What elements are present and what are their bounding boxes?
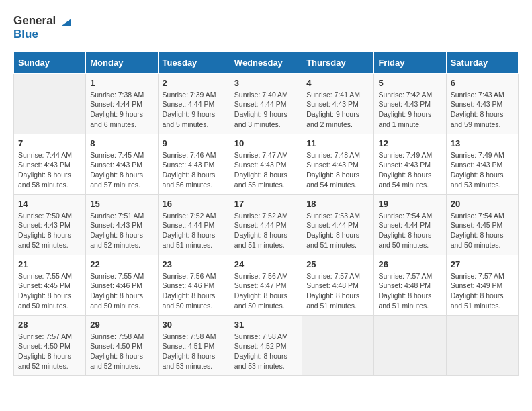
day-number: 18 xyxy=(306,199,369,209)
calendar-week-row: 21Sunrise: 7:55 AMSunset: 4:45 PMDayligh… xyxy=(14,255,519,315)
day-number: 23 xyxy=(163,259,226,269)
calendar-cell: 13Sunrise: 7:49 AMSunset: 4:43 PMDayligh… xyxy=(446,134,518,194)
column-header-monday: Monday xyxy=(86,52,158,73)
calendar-cell: 29Sunrise: 7:58 AMSunset: 4:50 PMDayligh… xyxy=(86,315,158,375)
day-number: 31 xyxy=(234,320,298,330)
column-header-sunday: Sunday xyxy=(14,52,86,73)
calendar-cell: 14Sunrise: 7:50 AMSunset: 4:43 PMDayligh… xyxy=(14,194,86,255)
calendar-cell: 30Sunrise: 7:58 AMSunset: 4:51 PMDayligh… xyxy=(158,315,230,375)
day-number: 15 xyxy=(90,199,153,209)
day-number: 5 xyxy=(378,78,441,88)
calendar-cell: 22Sunrise: 7:55 AMSunset: 4:46 PMDayligh… xyxy=(86,255,158,315)
calendar-cell: 26Sunrise: 7:57 AMSunset: 4:48 PMDayligh… xyxy=(374,255,446,315)
day-number: 22 xyxy=(90,259,153,269)
calendar-cell xyxy=(374,315,446,375)
calendar-cell xyxy=(446,315,518,375)
calendar-cell: 9Sunrise: 7:46 AMSunset: 4:43 PMDaylight… xyxy=(158,134,230,194)
day-number: 29 xyxy=(90,320,153,330)
svg-marker-0 xyxy=(62,19,71,26)
day-info: Sunrise: 7:55 AMSunset: 4:45 PMDaylight:… xyxy=(18,271,81,311)
day-info: Sunrise: 7:57 AMSunset: 4:50 PMDaylight:… xyxy=(18,332,81,371)
calendar-week-row: 28Sunrise: 7:57 AMSunset: 4:50 PMDayligh… xyxy=(14,315,519,375)
day-info: Sunrise: 7:58 AMSunset: 4:50 PMDaylight:… xyxy=(90,332,153,371)
day-info: Sunrise: 7:47 AMSunset: 4:43 PMDaylight:… xyxy=(234,150,298,190)
column-header-saturday: Saturday xyxy=(446,52,518,73)
calendar-cell: 12Sunrise: 7:49 AMSunset: 4:43 PMDayligh… xyxy=(374,134,446,194)
day-number: 17 xyxy=(234,199,298,209)
calendar-cell: 21Sunrise: 7:55 AMSunset: 4:45 PMDayligh… xyxy=(14,255,86,315)
calendar-cell: 27Sunrise: 7:57 AMSunset: 4:49 PMDayligh… xyxy=(446,255,518,315)
calendar-cell: 19Sunrise: 7:54 AMSunset: 4:44 PMDayligh… xyxy=(374,194,446,255)
day-info: Sunrise: 7:58 AMSunset: 4:51 PMDaylight:… xyxy=(163,332,226,371)
day-number: 26 xyxy=(378,259,441,269)
calendar-cell: 16Sunrise: 7:52 AMSunset: 4:44 PMDayligh… xyxy=(158,194,230,255)
calendar-week-row: 1Sunrise: 7:38 AMSunset: 4:44 PMDaylight… xyxy=(14,73,519,134)
logo-text: General Blue xyxy=(13,13,73,41)
calendar-cell: 4Sunrise: 7:41 AMSunset: 4:43 PMDaylight… xyxy=(302,73,374,134)
day-number: 10 xyxy=(234,138,298,148)
day-info: Sunrise: 7:53 AMSunset: 4:44 PMDaylight:… xyxy=(306,211,369,250)
day-number: 20 xyxy=(451,199,514,209)
calendar-cell: 24Sunrise: 7:56 AMSunset: 4:47 PMDayligh… xyxy=(230,255,302,315)
day-number: 30 xyxy=(163,320,226,330)
day-number: 28 xyxy=(18,320,81,330)
day-number: 9 xyxy=(163,138,226,148)
day-number: 21 xyxy=(18,259,81,269)
day-number: 25 xyxy=(306,259,369,269)
column-header-tuesday: Tuesday xyxy=(158,52,230,73)
day-number: 3 xyxy=(234,78,298,88)
logo: General Blue xyxy=(13,13,73,41)
day-info: Sunrise: 7:54 AMSunset: 4:44 PMDaylight:… xyxy=(378,211,441,250)
day-info: Sunrise: 7:49 AMSunset: 4:43 PMDaylight:… xyxy=(451,150,514,190)
day-number: 27 xyxy=(451,259,514,269)
calendar-cell: 6Sunrise: 7:43 AMSunset: 4:43 PMDaylight… xyxy=(446,73,518,134)
calendar-cell: 20Sunrise: 7:54 AMSunset: 4:45 PMDayligh… xyxy=(446,194,518,255)
day-number: 19 xyxy=(378,199,441,209)
column-header-thursday: Thursday xyxy=(302,52,374,73)
calendar-cell: 5Sunrise: 7:42 AMSunset: 4:43 PMDaylight… xyxy=(374,73,446,134)
day-info: Sunrise: 7:55 AMSunset: 4:46 PMDaylight:… xyxy=(90,271,153,311)
day-info: Sunrise: 7:49 AMSunset: 4:43 PMDaylight:… xyxy=(378,150,441,190)
logo-general: General xyxy=(13,15,56,28)
calendar-cell: 11Sunrise: 7:48 AMSunset: 4:43 PMDayligh… xyxy=(302,134,374,194)
day-info: Sunrise: 7:58 AMSunset: 4:52 PMDaylight:… xyxy=(234,332,298,371)
day-info: Sunrise: 7:40 AMSunset: 4:44 PMDaylight:… xyxy=(234,90,298,130)
day-info: Sunrise: 7:38 AMSunset: 4:44 PMDaylight:… xyxy=(90,90,153,130)
day-number: 24 xyxy=(234,259,298,269)
calendar-week-row: 7Sunrise: 7:44 AMSunset: 4:43 PMDaylight… xyxy=(14,134,519,194)
calendar-cell: 18Sunrise: 7:53 AMSunset: 4:44 PMDayligh… xyxy=(302,194,374,255)
calendar-week-row: 14Sunrise: 7:50 AMSunset: 4:43 PMDayligh… xyxy=(14,194,519,255)
calendar-cell: 28Sunrise: 7:57 AMSunset: 4:50 PMDayligh… xyxy=(14,315,86,375)
day-info: Sunrise: 7:56 AMSunset: 4:46 PMDaylight:… xyxy=(163,271,226,311)
day-info: Sunrise: 7:45 AMSunset: 4:43 PMDaylight:… xyxy=(90,150,153,190)
calendar-cell xyxy=(14,73,86,134)
calendar-cell xyxy=(302,315,374,375)
day-info: Sunrise: 7:46 AMSunset: 4:43 PMDaylight:… xyxy=(163,150,226,190)
day-number: 1 xyxy=(90,78,153,88)
logo-blue: Blue xyxy=(13,28,38,40)
calendar-header-row: SundayMondayTuesdayWednesdayThursdayFrid… xyxy=(14,52,519,73)
day-info: Sunrise: 7:57 AMSunset: 4:48 PMDaylight:… xyxy=(306,271,369,311)
calendar-cell: 3Sunrise: 7:40 AMSunset: 4:44 PMDaylight… xyxy=(230,73,302,134)
calendar-cell: 25Sunrise: 7:57 AMSunset: 4:48 PMDayligh… xyxy=(302,255,374,315)
day-number: 2 xyxy=(163,78,226,88)
day-info: Sunrise: 7:43 AMSunset: 4:43 PMDaylight:… xyxy=(451,90,514,130)
column-header-friday: Friday xyxy=(374,52,446,73)
calendar-cell: 8Sunrise: 7:45 AMSunset: 4:43 PMDaylight… xyxy=(86,134,158,194)
day-number: 7 xyxy=(18,138,81,148)
calendar-cell: 17Sunrise: 7:52 AMSunset: 4:44 PMDayligh… xyxy=(230,194,302,255)
day-info: Sunrise: 7:44 AMSunset: 4:43 PMDaylight:… xyxy=(18,150,81,190)
calendar-cell: 1Sunrise: 7:38 AMSunset: 4:44 PMDaylight… xyxy=(86,73,158,134)
day-info: Sunrise: 7:57 AMSunset: 4:49 PMDaylight:… xyxy=(451,271,514,311)
day-number: 4 xyxy=(306,78,369,88)
calendar-table: SundayMondayTuesdayWednesdayThursdayFrid… xyxy=(13,52,519,376)
day-info: Sunrise: 7:50 AMSunset: 4:43 PMDaylight:… xyxy=(18,211,81,250)
day-info: Sunrise: 7:56 AMSunset: 4:47 PMDaylight:… xyxy=(234,271,298,311)
calendar-cell: 23Sunrise: 7:56 AMSunset: 4:46 PMDayligh… xyxy=(158,255,230,315)
day-info: Sunrise: 7:52 AMSunset: 4:44 PMDaylight:… xyxy=(163,211,226,250)
day-number: 6 xyxy=(451,78,514,88)
calendar-body: 1Sunrise: 7:38 AMSunset: 4:44 PMDaylight… xyxy=(14,73,519,375)
page-header: General Blue xyxy=(13,13,519,41)
logo-triangle-icon xyxy=(58,13,73,28)
day-number: 16 xyxy=(163,199,226,209)
